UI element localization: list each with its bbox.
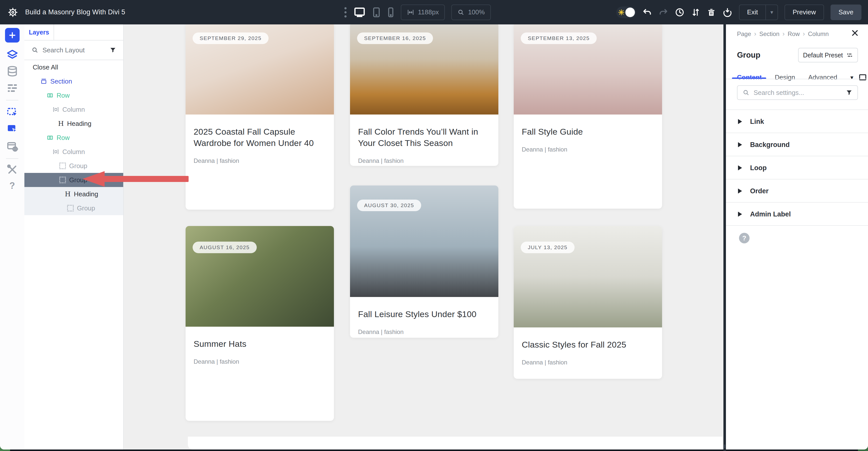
more-dots-icon[interactable]: [344, 7, 347, 18]
close-icon[interactable]: [851, 29, 859, 37]
preset-icon: [846, 52, 853, 58]
post-title: Classic Styles for Fall 2025: [522, 339, 654, 350]
post-date-badge: SEPTEMBER 13, 2025: [521, 32, 597, 44]
layer-item-heading[interactable]: H Heading: [24, 116, 123, 131]
chevron-down-icon[interactable]: ▾: [850, 74, 854, 81]
exit-dropdown-caret[interactable]: ▾: [766, 4, 778, 20]
blog-card[interactable]: JULY 13, 2025 Classic Styles for Fall 20…: [514, 226, 662, 379]
accordion-link[interactable]: Link: [726, 110, 868, 133]
database-button[interactable]: [0, 65, 24, 77]
page-bottom-area: [188, 436, 722, 450]
rail-help-button[interactable]: ?: [0, 180, 24, 191]
settings-search-input[interactable]: Search settings...: [753, 89, 842, 96]
tools-button[interactable]: [0, 164, 24, 175]
chevron-right-icon: ›: [803, 30, 805, 38]
help-button[interactable]: ?: [739, 233, 750, 243]
rail-divider: [6, 158, 18, 159]
portability-icon[interactable]: [722, 7, 733, 17]
close-all-button[interactable]: Close All: [24, 60, 123, 74]
wireframe-view-button[interactable]: [0, 82, 24, 94]
canvas-width-value: 1188px: [418, 8, 439, 16]
filter-icon[interactable]: [846, 89, 852, 96]
heading-icon: H: [65, 191, 71, 197]
post-title: 2025 Coastal Fall Capsule Wardrobe for W…: [194, 126, 326, 149]
post-meta: Deanna | fashion: [522, 359, 654, 366]
builder-mode-toggle[interactable]: [616, 6, 636, 18]
breadcrumb-row[interactable]: Row: [787, 30, 800, 37]
undo-icon[interactable]: [643, 7, 652, 17]
settings-search-box[interactable]: Search settings...: [737, 85, 858, 100]
exit-button[interactable]: Exit: [739, 4, 766, 20]
layer-item-heading[interactable]: H Heading: [24, 187, 123, 201]
redo-icon[interactable]: [658, 7, 668, 17]
history-icon[interactable]: [675, 7, 685, 17]
builder-left-rail: ?: [0, 24, 25, 450]
layer-item-group-selected[interactable]: Group: [24, 173, 123, 187]
filter-icon[interactable]: [110, 47, 116, 53]
trash-icon[interactable]: [707, 7, 716, 17]
layer-item-group[interactable]: Group: [24, 201, 123, 215]
blog-card[interactable]: AUGUST 30, 2025 Fall Leisure Styles Unde…: [350, 186, 498, 338]
canvas-zoom-value: 100%: [468, 8, 485, 16]
blog-card[interactable]: SEPTEMBER 16, 2025 Fall Color Trends You…: [350, 24, 498, 166]
row-icon: [47, 134, 53, 141]
post-meta: Deanna | fashion: [522, 146, 654, 153]
canvas-width-field[interactable]: 1188px: [401, 4, 445, 20]
layer-item-row[interactable]: Row: [24, 131, 123, 145]
layer-item-column[interactable]: Column: [24, 103, 123, 116]
post-meta: Deanna | fashion: [194, 157, 326, 164]
builder-canvas[interactable]: SEPTEMBER 29, 2025 2025 Coastal Fall Cap…: [124, 24, 723, 450]
breadcrumb-page[interactable]: Page: [737, 30, 751, 37]
blog-card[interactable]: AUGUST 16, 2025 Summer Hats Deanna | fas…: [186, 226, 334, 421]
breadcrumb: Page› Section› Row› Column: [737, 24, 858, 38]
triangle-right-icon: [738, 212, 742, 217]
default-preset-button[interactable]: Default Preset: [798, 48, 858, 62]
layers-panel-button[interactable]: [0, 49, 24, 61]
canvas-zoom-field[interactable]: 100%: [451, 4, 491, 20]
accordion-admin-label[interactable]: Admin Label: [726, 203, 868, 226]
tab-advanced[interactable]: Advanced: [808, 74, 837, 81]
module-title: Group: [737, 51, 761, 60]
accordion-loop[interactable]: Loop: [726, 156, 868, 179]
hover-mode-button[interactable]: [0, 107, 24, 118]
sort-arrows-icon[interactable]: [691, 7, 700, 17]
breadcrumb-column[interactable]: Column: [808, 30, 829, 37]
phone-view-icon[interactable]: [387, 7, 394, 18]
desktop-responsive-icon[interactable]: [859, 74, 867, 81]
breadcrumb-section[interactable]: Section: [760, 30, 779, 37]
group-icon: [67, 205, 74, 212]
layer-item-group[interactable]: Group: [24, 159, 123, 173]
tab-layers[interactable]: Layers: [24, 24, 54, 40]
sun-icon: [618, 9, 625, 16]
post-title: Fall Leisure Styles Under $100: [358, 309, 490, 320]
post-date-badge: AUGUST 30, 2025: [357, 200, 421, 211]
desktop-view-icon[interactable]: [353, 7, 366, 18]
layer-item-section[interactable]: Section: [24, 74, 123, 88]
canvas-scrollbar-knob[interactable]: [724, 445, 725, 449]
tablet-view-icon[interactable]: [372, 7, 381, 18]
panel-divider: [726, 79, 868, 79]
page-preview-button[interactable]: [0, 141, 24, 153]
blog-card[interactable]: SEPTEMBER 13, 2025 Fall Style Guide Dean…: [514, 24, 662, 209]
row-icon: [47, 92, 53, 98]
triangle-right-icon: [738, 165, 742, 170]
canvas-scrollbar[interactable]: [723, 24, 726, 451]
accordion-order[interactable]: Order: [726, 179, 868, 203]
builder-settings-gear-icon[interactable]: [7, 7, 18, 18]
section-icon: [40, 78, 47, 85]
layer-item-row[interactable]: Row: [24, 88, 123, 103]
accordion-background[interactable]: Background: [726, 133, 868, 156]
add-module-button[interactable]: [0, 28, 24, 43]
post-title: Summer Hats: [194, 338, 326, 349]
click-mode-button[interactable]: [0, 123, 24, 135]
post-date-badge: JULY 13, 2025: [521, 242, 575, 253]
tab-design[interactable]: Design: [775, 74, 795, 81]
blog-card[interactable]: SEPTEMBER 29, 2025 2025 Coastal Fall Cap…: [186, 24, 334, 209]
builder-top-bar: Build a Masonry Blog With Divi 5 1188px …: [0, 0, 868, 24]
layer-item-column[interactable]: Column: [24, 145, 123, 159]
triangle-right-icon: [738, 189, 742, 194]
post-date-badge: SEPTEMBER 29, 2025: [193, 32, 269, 44]
preview-button[interactable]: Preview: [784, 4, 824, 20]
save-button[interactable]: Save: [831, 4, 862, 20]
layers-search-input[interactable]: Search Layout: [42, 46, 105, 54]
